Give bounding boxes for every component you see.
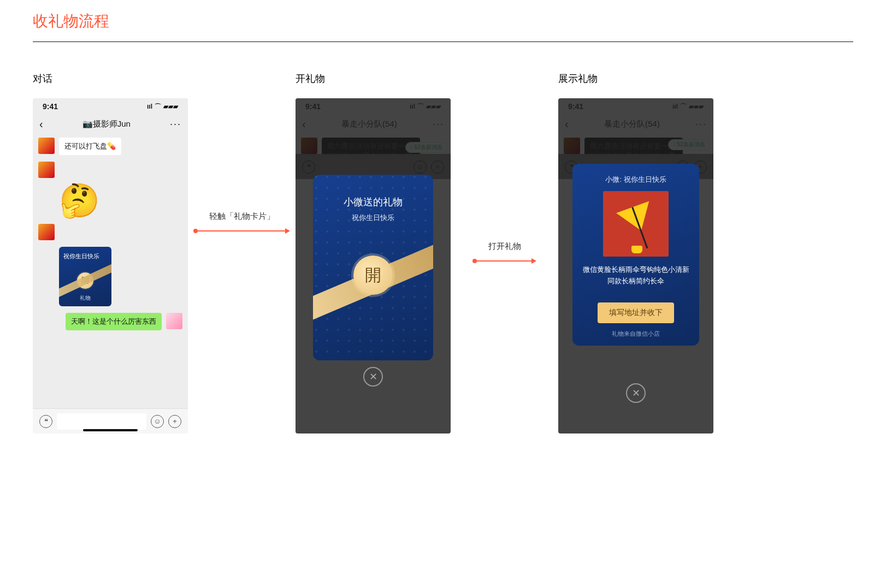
flow-arrow-1: 轻触「礼物卡片」 xyxy=(193,72,290,234)
avatar[interactable] xyxy=(38,162,55,178)
modal-subtitle: 祝你生日快乐 xyxy=(352,213,394,223)
gift-source: 礼物来自微信小店 xyxy=(582,330,689,338)
stage-label-show: 展示礼物 xyxy=(558,72,713,85)
wifi-icon: ⌒ xyxy=(155,102,161,111)
message-row: 还可以打飞盘💊 xyxy=(38,138,182,155)
modal-title: 小微送的礼物 xyxy=(344,195,403,209)
page-title: 收礼物流程 xyxy=(33,11,853,32)
arrow-label: 轻触「礼物卡片」 xyxy=(209,211,275,222)
divider xyxy=(33,41,853,42)
status-icons: ııl ⌒ ▰▰▰ xyxy=(147,102,178,111)
navbar: ‹ 📷摄影师Jun ··· xyxy=(33,115,188,133)
back-icon[interactable]: ‹ xyxy=(39,118,43,129)
avatar[interactable] xyxy=(38,224,55,240)
flow-row: 对话 9:41 ııl ⌒ ▰▰▰ ‹ 📷摄影师Jun ··· 还可以打飞盘💊 xyxy=(33,72,853,433)
more-icon[interactable]: ··· xyxy=(170,119,181,129)
plus-icon[interactable]: + xyxy=(168,415,181,428)
message-row xyxy=(38,162,182,178)
product-image[interactable] xyxy=(603,191,669,257)
phone-open: 9:41 ııl ⌒ ▰▰▰ ‹ 暴走小分队(54) ··· 周六露营活动有没有 xyxy=(296,98,451,433)
gift-card[interactable]: 祝你生日快乐 開 礼物 xyxy=(59,247,111,306)
voice-icon[interactable]: ❝ xyxy=(39,415,52,428)
battery-icon: ▰▰▰ xyxy=(163,103,178,110)
avatar[interactable] xyxy=(38,138,55,154)
sticker-emoji[interactable]: 🤔 xyxy=(59,185,182,217)
gift-card-greeting: 祝你生日快乐 xyxy=(63,252,107,260)
stage-show: 展示礼物 9:41 ııl ⌒ ▰▰▰ ‹ 暴走小分队(54) ··· xyxy=(558,72,713,433)
gift-open-modal: 小微送的礼物 祝你生日快乐 開 xyxy=(313,175,433,360)
gift-from: 小微: 祝你生日快乐 xyxy=(582,175,689,185)
arrow-icon xyxy=(193,228,290,234)
message-bubble[interactable]: 还可以打飞盘💊 xyxy=(59,138,121,155)
gift-detail-modal: 小微: 祝你生日快乐 微信黄脸长柄雨伞弯钩纯色小清新同款长柄简约长伞 填写地址并… xyxy=(572,164,699,346)
message-bubble[interactable]: 天啊！这是个什么厉害东西 xyxy=(66,313,162,330)
boots-icon xyxy=(631,246,642,253)
close-icon[interactable]: ✕ xyxy=(363,367,383,387)
avatar[interactable] xyxy=(166,313,182,329)
signal-icon: ııl xyxy=(147,103,152,110)
accept-button[interactable]: 填写地址并收下 xyxy=(598,302,674,323)
stage-label-open: 开礼物 xyxy=(296,72,451,85)
phone-show: 9:41 ııl ⌒ ▰▰▰ ‹ 暴走小分队(54) ··· 周六露营活动有没有 xyxy=(558,98,713,433)
emoji-icon[interactable]: ☺ xyxy=(151,415,164,428)
arrow-label: 打开礼物 xyxy=(488,241,521,252)
umbrella-icon xyxy=(616,201,658,236)
statusbar: 9:41 ııl ⌒ ▰▰▰ xyxy=(33,98,188,115)
status-time: 9:41 xyxy=(43,102,58,111)
chat-body: 还可以打飞盘💊 🤔 祝你生日快乐 開 礼物 天啊！这是个什么厉害东西 xyxy=(33,133,188,335)
chat-title: 📷摄影师Jun xyxy=(82,119,131,129)
open-gift-button[interactable]: 開 xyxy=(353,256,393,295)
home-indicator xyxy=(83,429,138,431)
message-row: 天啊！这是个什么厉害东西 xyxy=(38,313,182,330)
flow-arrow-2: 打开礼物 xyxy=(472,72,536,264)
gift-open-button[interactable]: 開 xyxy=(77,272,93,289)
message-input[interactable] xyxy=(57,413,146,430)
message-row xyxy=(38,224,182,240)
stage-open: 开礼物 9:41 ııl ⌒ ▰▰▰ ‹ 暴走小分队(54) ··· xyxy=(296,72,451,433)
phone-chat: 9:41 ııl ⌒ ▰▰▰ ‹ 📷摄影师Jun ··· 还可以打飞盘💊 xyxy=(33,98,188,433)
gift-card-sublabel: 礼物 xyxy=(63,294,107,302)
stage-chat: 对话 9:41 ııl ⌒ ▰▰▰ ‹ 📷摄影师Jun ··· 还可以打飞盘💊 xyxy=(33,72,188,433)
product-name: 微信黄脸长柄雨伞弯钩纯色小清新同款长柄简约长伞 xyxy=(582,264,689,287)
stage-label-chat: 对话 xyxy=(33,72,188,85)
close-icon[interactable]: ✕ xyxy=(626,383,646,403)
arrow-icon xyxy=(472,258,536,264)
